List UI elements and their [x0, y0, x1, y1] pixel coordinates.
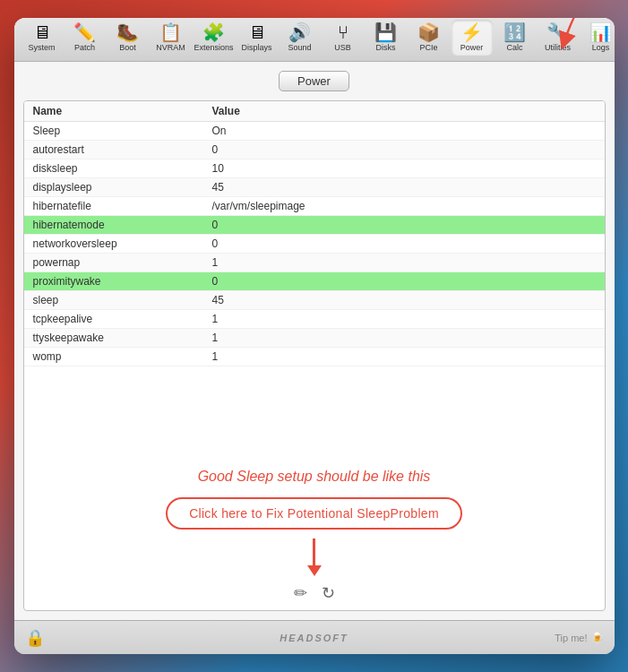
displays-icon: 🖥 [248, 23, 266, 41]
sound-label: Sound [288, 43, 311, 52]
table-row: autorestart 0 [24, 141, 605, 159]
toolbar-item-disks[interactable]: 💾 Disks [366, 20, 407, 56]
disks-icon: 💾 [374, 23, 397, 41]
cell-name: hibernatemode [33, 219, 212, 231]
table-row: womp 1 [24, 348, 605, 366]
table-row: proximitywake 0 [24, 272, 605, 291]
toolbar-item-boot[interactable]: 🥾 Boot [108, 20, 149, 56]
cell-value: 45 [212, 294, 596, 306]
cell-value: 0 [212, 219, 596, 231]
table-row: Sleep On [24, 122, 605, 141]
toolbar-item-patch[interactable]: ✏️ Patch [65, 20, 106, 56]
red-arrow [307, 538, 322, 576]
toolbar-item-extensions[interactable]: 🧩 Extensions [194, 20, 235, 56]
cell-name: hibernatefile [33, 200, 212, 212]
refresh-icon[interactable]: ↻ [322, 583, 335, 603]
logs-icon: 📊 [589, 23, 612, 41]
col-name-header: Name [33, 105, 212, 117]
nvram-icon: 📋 [159, 23, 182, 41]
table-area: Name Value Sleep Onautorestart 0diskslee… [24, 101, 605, 461]
toolbar-item-system[interactable]: 🖥 System [22, 20, 63, 56]
cell-value: 10 [212, 162, 596, 175]
pencil-icon[interactable]: ✏ [294, 583, 307, 603]
toolbar-item-displays[interactable]: 🖥 Displays [237, 20, 278, 56]
toolbar-item-utilities[interactable]: 🔧 Utilities [538, 20, 579, 56]
usb-icon: ⑂ [338, 23, 348, 41]
cell-name: disksleep [33, 162, 212, 175]
down-arrow-area [24, 535, 605, 583]
table-row: ttyskeepawake 1 [24, 329, 605, 348]
toolbar-item-power[interactable]: ⚡ Power [452, 20, 493, 56]
annotation-text: Good Sleep setup should be like this [24, 461, 605, 488]
toolbar-item-calc[interactable]: 🔢 Calc [495, 20, 536, 56]
sound-icon: 🔊 [288, 23, 311, 41]
cell-value: 0 [212, 237, 596, 250]
toolbar-item-nvram[interactable]: 📋 NVRAM [151, 20, 192, 56]
lock-icon[interactable]: 🔒 [25, 628, 45, 648]
table-row: hibernatefile /var/vm/sleepimage [24, 197, 605, 216]
extensions-label: Extensions [194, 43, 233, 52]
calc-label: Calc [506, 43, 522, 52]
toolbar-item-pcie[interactable]: 📦 PCIe [409, 20, 450, 56]
pcie-label: PCIe [419, 43, 437, 52]
displays-label: Displays [242, 43, 272, 52]
table-row: hibernatemode 0 [24, 216, 605, 235]
cell-name: autorestart [33, 143, 212, 156]
bottom-bar: 🔒 HEADSOFT Tip me! 🍺 [14, 620, 615, 654]
table-row: networkoversleep 0 [24, 235, 605, 254]
table-row: displaysleep 45 [24, 178, 605, 197]
pcie-icon: 📦 [417, 23, 440, 41]
logs-label: Logs [592, 43, 610, 52]
cell-value: 1 [212, 350, 596, 363]
utilities-label: Utilities [545, 43, 571, 52]
cell-value: 1 [212, 332, 596, 344]
cell-value: 0 [212, 143, 596, 156]
cell-name: proximitywake [33, 275, 212, 288]
cell-value: 1 [212, 256, 596, 269]
system-label: System [28, 43, 55, 52]
arrow-head [307, 565, 322, 576]
power-icon: ⚡ [460, 23, 483, 41]
col-value-header: Value [212, 105, 596, 117]
power-label: Power [460, 43, 484, 52]
main-window: Hackintool v3.4.6 🖥 System✏️ Patch🥾 Boot… [14, 18, 615, 654]
cell-value: 45 [212, 181, 596, 194]
cell-value: 1 [212, 313, 596, 325]
usb-label: USB [334, 43, 351, 52]
fix-sleep-button[interactable]: Click here to Fix Potentional SleepProbl… [166, 497, 462, 530]
cell-name: sleep [33, 294, 212, 306]
utilities-icon: 🔧 [546, 23, 569, 41]
table-row: disksleep 10 [24, 159, 605, 178]
patch-label: Patch [74, 43, 95, 52]
main-panel: Name Value Sleep Onautorestart 0diskslee… [23, 100, 606, 611]
panel-title-bar: Power [23, 71, 606, 91]
cell-name: womp [33, 350, 212, 363]
table-row: powernap 1 [24, 254, 605, 272]
content-area: Power Name Value Sleep Onautorestart 0di… [14, 62, 615, 620]
table-header: Name Value [24, 101, 605, 122]
toolbar-item-usb[interactable]: ⑂ USB [323, 20, 364, 56]
extensions-icon: 🧩 [202, 23, 225, 41]
nvram-label: NVRAM [156, 43, 185, 52]
cell-name: networkoversleep [33, 237, 212, 250]
panel-title-button[interactable]: Power [279, 71, 349, 91]
cell-name: powernap [33, 256, 212, 269]
table-row: sleep 45 [24, 291, 605, 310]
disks-label: Disks [376, 43, 396, 52]
brand-label: HEADSOFT [280, 633, 348, 643]
cell-name: tcpkeepalive [33, 313, 212, 325]
toolbar-item-sound[interactable]: 🔊 Sound [280, 20, 321, 56]
toolbar-item-logs[interactable]: 📊 Logs [581, 20, 615, 56]
cell-name: Sleep [33, 125, 212, 137]
boot-icon: 🥾 [116, 23, 139, 41]
cell-value: On [212, 125, 596, 137]
cell-value: /var/vm/sleepimage [212, 200, 596, 212]
patch-icon: ✏️ [73, 23, 96, 41]
cell-name: displaysleep [33, 181, 212, 194]
table-row: tcpkeepalive 1 [24, 310, 605, 329]
tip-label: Tip me! [555, 633, 587, 643]
cell-value: 0 [212, 275, 596, 288]
tip-area: Tip me! 🍺 [555, 632, 603, 643]
beer-icon[interactable]: 🍺 [591, 632, 604, 643]
cell-name: ttyskeepawake [33, 332, 212, 344]
